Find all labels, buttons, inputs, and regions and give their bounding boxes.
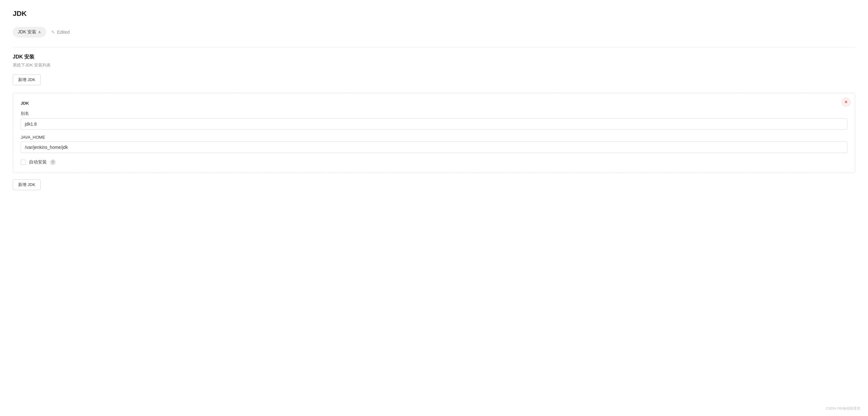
chevron-down-icon: ∧ — [38, 30, 41, 34]
add-jdk-button-bottom[interactable]: 新增 JDK — [13, 180, 41, 190]
delete-entry-button[interactable]: × — [842, 98, 850, 106]
alias-label: 别名 — [21, 111, 847, 117]
java-home-label: JAVA_HOME — [21, 135, 847, 139]
section-title: JDK 安装 — [13, 54, 855, 60]
tab-jdk-install[interactable]: JDK 安装 ∧ — [13, 27, 46, 37]
edited-status: ✎ Edited — [51, 30, 70, 35]
auto-install-row: 自动安装 ? — [21, 159, 847, 165]
help-icon[interactable]: ? — [50, 159, 56, 165]
jdk-section: JDK 安装 系统下JDK 安装列表 新增 JDK × JDK 别名 JAVA_… — [13, 47, 855, 204]
add-jdk-button-top[interactable]: 新增 JDK — [13, 74, 41, 85]
jdk-entry-card: × JDK 别名 JAVA_HOME 自动安装 ? — [13, 93, 855, 173]
tab-label: JDK 安装 — [18, 29, 36, 35]
auto-install-label: 自动安装 — [29, 159, 47, 165]
auto-install-checkbox[interactable] — [21, 160, 26, 165]
footer-watermark: CSDN ©特春细雨景景 — [826, 406, 860, 411]
section-subtitle: 系统下JDK 安装列表 — [13, 62, 855, 68]
java-home-input[interactable] — [21, 141, 847, 153]
entry-type-label: JDK — [21, 101, 847, 105]
tab-bar: JDK 安装 ∧ ✎ Edited — [13, 27, 855, 37]
alias-input[interactable] — [21, 118, 847, 130]
page-title: JDK — [13, 9, 855, 18]
edited-text: Edited — [57, 30, 70, 35]
pencil-icon: ✎ — [51, 30, 55, 35]
